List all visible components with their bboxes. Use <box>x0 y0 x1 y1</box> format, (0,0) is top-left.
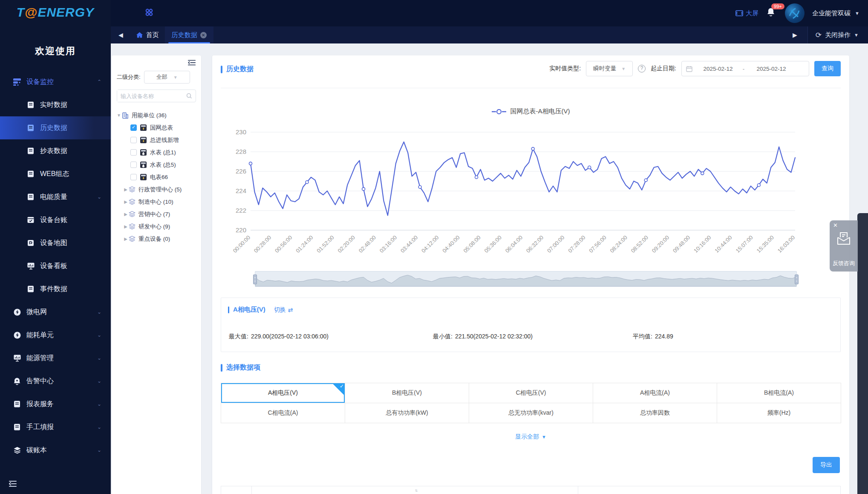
tree-group-重点设备 (0)[interactable]: ▶重点设备 (0) <box>115 233 199 245</box>
tree-expand-icon[interactable]: ▶ <box>123 212 129 217</box>
device-label: 国网总表 <box>150 124 173 132</box>
tree-device-国网总表[interactable]: 国网总表 <box>115 121 199 134</box>
tab-history-data[interactable]: 历史数据 ✕ <box>165 26 213 43</box>
date-range-picker[interactable]: 2025-02-12 - 2025-02-12 <box>681 61 809 76</box>
device-checkbox[interactable] <box>130 174 137 180</box>
tree-expand-icon[interactable]: ▶ <box>123 237 129 241</box>
data-item-频率(Hz)[interactable]: 频率(Hz) <box>717 403 841 423</box>
tab-home[interactable]: 首页 <box>130 26 165 43</box>
svg-text:00:00:00: 00:00:00 <box>232 234 251 254</box>
notifications-button[interactable]: 99+ <box>766 7 777 20</box>
big-screen-button[interactable]: 大屏 <box>735 9 758 17</box>
sidebar-item-事件数据[interactable]: 事件数据 <box>0 277 111 300</box>
tree-expand-icon[interactable]: ▶ <box>123 224 129 229</box>
chart-legend[interactable]: 国网总表-A相电压(V) <box>212 107 849 116</box>
book-icon <box>26 170 35 178</box>
data-item-C相电流(A)[interactable]: C相电流(A) <box>221 403 345 423</box>
data-item-C相电压(V)[interactable]: C相电压(V) <box>469 383 593 403</box>
device-checkbox[interactable] <box>130 162 137 168</box>
data-item-总功率因数[interactable]: 总功率因数 <box>593 403 717 423</box>
right-edge-strip <box>857 213 868 494</box>
tree-expand-icon[interactable]: ▶ <box>123 187 129 192</box>
sort-icon[interactable]: ⇅ <box>415 489 418 493</box>
svg-text:10:16:00: 10:16:00 <box>692 234 712 254</box>
sidebar-item-电能质量[interactable]: 电能质量⌄ <box>0 185 111 208</box>
layers-icon <box>13 446 21 454</box>
date-start-value[interactable]: 2025-02-12 <box>697 66 739 72</box>
layers-icon <box>129 236 136 242</box>
avatar[interactable] <box>785 3 805 23</box>
bell-icon <box>13 377 21 385</box>
sidebar-item-微电网[interactable]: 微电网⌄ <box>0 300 111 324</box>
tree-group-营销中心 (7)[interactable]: ▶营销中心 (7) <box>115 208 199 220</box>
sidebar-item-报表服务[interactable]: 报表服务⌄ <box>0 393 111 416</box>
tab-close-icon[interactable]: ✕ <box>200 32 207 38</box>
data-item-A相电流(A)[interactable]: A相电流(A) <box>593 383 717 403</box>
search-icon[interactable] <box>186 93 192 101</box>
sidebar-item-抄表数据[interactable]: 抄表数据 <box>0 139 111 162</box>
tree-device-水表 (总1)[interactable]: 水表 (总1) <box>115 146 199 159</box>
svg-text:07:00:00: 07:00:00 <box>546 234 565 254</box>
close-operations-menu[interactable]: ⟳ 关闭操作 ▼ <box>807 26 868 43</box>
realtime-type-select[interactable]: 瞬时变量 ▼ <box>586 61 633 76</box>
tree-group-研发中心 (9)[interactable]: ▶研发中心 (9) <box>115 220 199 233</box>
feedback-widget[interactable]: ✕ 反馈咨询 <box>830 220 858 272</box>
device-checkbox[interactable] <box>130 149 137 156</box>
datazoom-left-handle[interactable] <box>253 274 257 284</box>
device-search-input[interactable] <box>117 90 181 102</box>
export-button[interactable]: 导出 <box>813 457 840 473</box>
device-checkbox[interactable] <box>130 124 137 131</box>
sidebar-item-设备看板[interactable]: 设备看板 <box>0 254 111 277</box>
sidebar-item-告警中心[interactable]: 告警中心⌄ <box>0 370 111 393</box>
close-icon[interactable]: ✕ <box>833 222 838 228</box>
tree-device-电表66[interactable]: 电表66 <box>115 171 199 183</box>
voltage-line-chart[interactable]: 22022222422622823000:00:0000:28:0000:56:… <box>224 119 812 269</box>
tabs-scroll-left-icon[interactable]: ◀ <box>118 32 123 38</box>
datazoom-right-handle[interactable] <box>795 274 799 284</box>
sidebar-item-能耗单元[interactable]: 能耗单元⌄ <box>0 324 111 347</box>
data-item-总无功功率(kvar)[interactable]: 总无功功率(kvar) <box>469 403 593 423</box>
screen-icon <box>735 10 743 17</box>
sidebar-collapse-toggle[interactable] <box>8 479 19 490</box>
sidebar-item-设备监控[interactable]: 设备监控⌃ <box>0 70 111 93</box>
sidebar-item-历史数据[interactable]: 历史数据 <box>0 116 111 139</box>
sidebar-item-设备台账[interactable]: 设备台账 <box>0 208 111 231</box>
bolt-icon <box>13 331 21 339</box>
category-select[interactable]: 全部 ▼ <box>144 71 190 84</box>
switch-metric-button[interactable]: 切换 ⇄ <box>274 306 293 314</box>
query-button[interactable]: 查询 <box>814 61 841 76</box>
sidebar-item-手工填报[interactable]: 手工填报⌄ <box>0 416 111 439</box>
data-item-B相电流(A)[interactable]: B相电流(A) <box>717 383 841 403</box>
tree-expand-icon[interactable]: ▼ <box>116 113 122 118</box>
org-name[interactable]: 企业能管双碳 <box>812 9 851 17</box>
tree-device-总进线新增[interactable]: 总进线新增 <box>115 134 199 146</box>
sidebar-item-碳账本[interactable]: 碳账本⌄ <box>0 439 111 462</box>
table-col-3 <box>578 486 840 494</box>
panel-collapse-icon[interactable] <box>187 59 196 68</box>
show-all-button[interactable]: 显示全部 ▼ <box>212 433 849 441</box>
sidebar-item-能源管理[interactable]: 能源管理⌄ <box>0 347 111 370</box>
sidebar-item-WEB组态[interactable]: WEB组态 <box>0 162 111 185</box>
app-grid-icon[interactable] <box>144 7 154 19</box>
date-end-value[interactable]: 2025-02-12 <box>748 66 795 72</box>
tabs-scroll-right-icon[interactable]: ▶ <box>793 32 797 38</box>
data-item-A相电压(V)[interactable]: A相电压(V) <box>221 383 345 403</box>
chart-datazoom-slider[interactable] <box>255 271 797 287</box>
tree-group-行政管理中心 (5)[interactable]: ▶行政管理中心 (5) <box>115 183 199 196</box>
data-item-总有功功率(kW)[interactable]: 总有功功率(kW) <box>345 403 469 423</box>
svg-text:04:12:00: 04:12:00 <box>420 234 440 254</box>
tree-expand-icon[interactable]: ▶ <box>123 199 129 204</box>
device-checkbox[interactable] <box>130 137 137 143</box>
help-icon[interactable]: ? <box>638 65 646 72</box>
tree-group-制造中心 (10)[interactable]: ▶制造中心 (10) <box>115 196 199 208</box>
org-dropdown-caret-icon[interactable]: ▼ <box>855 11 859 16</box>
electric-meter-icon <box>140 136 147 144</box>
page-title-text: 历史数据 <box>226 65 254 74</box>
tree-root-node[interactable]: ▼用能单位 (36) <box>115 109 199 121</box>
refresh-icon[interactable]: ⟳ <box>816 31 822 40</box>
data-item-B相电压(V)[interactable]: B相电压(V) <box>345 383 469 403</box>
sidebar-item-设备地图[interactable]: 设备地图 <box>0 231 111 254</box>
logo-t: T <box>17 5 25 19</box>
sidebar-item-实时数据[interactable]: 实时数据 <box>0 93 111 116</box>
tree-device-水表 (总5)[interactable]: 水表 (总5) <box>115 159 199 171</box>
